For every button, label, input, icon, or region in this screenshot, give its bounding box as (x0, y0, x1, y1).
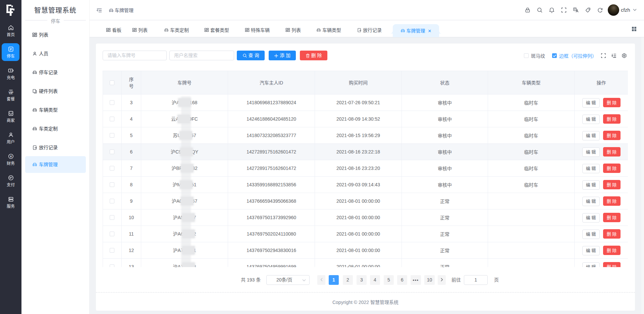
svg-text:VIP: VIP (8, 91, 13, 94)
svg-text:¥: ¥ (10, 155, 11, 158)
svg-text:P: P (10, 48, 12, 51)
